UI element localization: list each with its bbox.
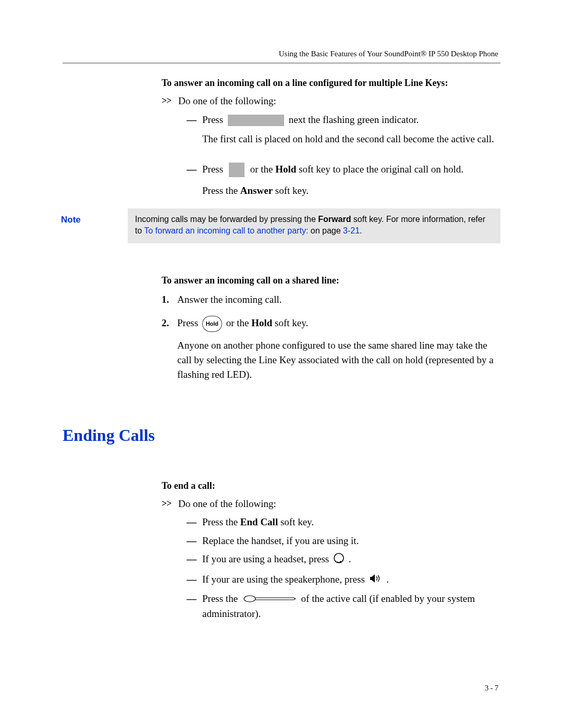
- dash-list-1: — Press next the flashing green indicato…: [187, 113, 500, 198]
- page: Using the Basic Features of Your SoundPo…: [0, 0, 563, 728]
- text: Press the: [202, 185, 240, 196]
- note-label: Note: [61, 214, 81, 227]
- dash-body: Press or the Hold soft key to place the …: [202, 162, 463, 198]
- note-link[interactable]: To forward an incoming call to another p…: [144, 226, 309, 235]
- dash-body: Press the of the active call (if enabled…: [202, 591, 500, 621]
- text: Press: [202, 164, 223, 175]
- text: Press the: [202, 593, 240, 604]
- body-content: To answer an incoming call on a line con…: [162, 76, 500, 621]
- text: Replace the handset, if you are using it…: [202, 535, 359, 546]
- text: Incoming calls may be forwarded by press…: [135, 215, 318, 224]
- dash-marker: —: [187, 113, 202, 146]
- dash-marker: —: [187, 552, 202, 567]
- list-item: 2. Press Hold or the Hold soft key. Anyo…: [162, 316, 500, 381]
- text: soft key.: [278, 516, 314, 527]
- heading-multiple-line-keys: To answer an incoming call on a line con…: [162, 76, 500, 90]
- bold: Answer: [240, 185, 273, 196]
- text: or the: [250, 164, 276, 175]
- text: soft key.: [273, 185, 309, 196]
- lead-text: Do one of the following:: [178, 94, 276, 108]
- text: Answer the incoming call.: [177, 292, 282, 307]
- text: .: [386, 574, 389, 585]
- arrow-marker: >>: [162, 497, 173, 510]
- text: .: [360, 226, 362, 235]
- text: Press: [202, 114, 223, 125]
- heading-shared-line: To answer an incoming call on a shared l…: [162, 274, 500, 287]
- dash-marker: —: [187, 515, 202, 529]
- item-number: 2.: [162, 316, 177, 381]
- dash-body: If your are using the speakerphone, pres…: [202, 572, 389, 587]
- hold-key-placeholder-icon: [229, 163, 244, 177]
- arrow-marker: >>: [162, 94, 173, 107]
- text: next the flashing green indicator.: [289, 114, 419, 125]
- dash-body: If you are using a headset, press .: [202, 552, 351, 567]
- note-block: Note Incoming calls may be forwarded by …: [128, 208, 500, 243]
- text: If you are using a headset, press: [202, 553, 332, 564]
- dash-item: — If your are using the speakerphone, pr…: [187, 572, 500, 587]
- dash-body: Replace the handset, if you are using it…: [202, 534, 359, 548]
- running-header: Using the Basic Features of Your SoundPo…: [63, 50, 500, 58]
- dash-item: — Press the End Call soft key.: [187, 515, 500, 529]
- bold: End Call: [240, 516, 278, 527]
- line-key-icon: [243, 593, 296, 607]
- dash-item: — Replace the handset, if you are using …: [187, 534, 500, 548]
- speakerphone-icon: [369, 573, 383, 588]
- bold: Hold: [251, 317, 272, 328]
- dash-marker: —: [187, 534, 202, 548]
- header-rule: [63, 63, 500, 64]
- lead-row: >> Do one of the following:: [162, 94, 500, 108]
- svg-point-2: [244, 596, 255, 602]
- bold: Forward: [318, 215, 351, 224]
- text: soft key to place the original call on h…: [296, 164, 463, 175]
- text: The first call is placed on hold and the…: [202, 133, 494, 144]
- text: Press: [177, 317, 201, 328]
- dash-marker: —: [187, 162, 202, 198]
- svg-point-0: [334, 553, 344, 563]
- heading-end-call: To end a call:: [162, 479, 500, 492]
- text: If your are using the speakerphone, pres…: [202, 574, 368, 585]
- dash-item: — If you are using a headset, press .: [187, 552, 500, 567]
- ordered-list: 1. Answer the incoming call. 2. Press Ho…: [162, 292, 500, 381]
- dash-item: — Press or the Hold soft key to place th…: [187, 162, 500, 198]
- note-body: Incoming calls may be forwarded by press…: [128, 208, 500, 243]
- item-body: Press Hold or the Hold soft key. Anyone …: [177, 316, 500, 381]
- section-heading-ending-calls: Ending Calls: [63, 423, 500, 447]
- dash-body: Press the End Call soft key.: [202, 515, 314, 529]
- page-number: 3 - 7: [485, 684, 498, 693]
- text: soft key.: [272, 317, 308, 328]
- bold: Hold: [275, 164, 296, 175]
- line-key-placeholder-icon: [228, 115, 284, 126]
- text: Anyone on another phone configured to us…: [177, 340, 494, 379]
- lead-row: >> Do one of the following:: [162, 497, 500, 511]
- hold-button-icon: Hold: [202, 316, 222, 332]
- dash-body: Press next the flashing green indicator.…: [202, 113, 494, 146]
- dash-list-2: — Press the End Call soft key. — Replace…: [187, 515, 500, 621]
- text: .: [349, 553, 351, 564]
- item-number: 1.: [162, 292, 177, 307]
- dash-item: — Press the of the active call (if enabl…: [187, 591, 500, 621]
- text: on page: [308, 226, 343, 235]
- headset-icon: [333, 552, 345, 568]
- svg-point-1: [340, 561, 341, 563]
- text: or the: [226, 317, 252, 328]
- text: Press the: [202, 516, 240, 527]
- dash-item: — Press next the flashing green indicato…: [187, 113, 500, 146]
- page-ref-link[interactable]: 3-21: [343, 226, 360, 235]
- dash-marker: —: [187, 572, 202, 587]
- list-item: 1. Answer the incoming call.: [162, 292, 500, 307]
- lead-text: Do one of the following:: [178, 497, 276, 511]
- dash-marker: —: [187, 591, 202, 621]
